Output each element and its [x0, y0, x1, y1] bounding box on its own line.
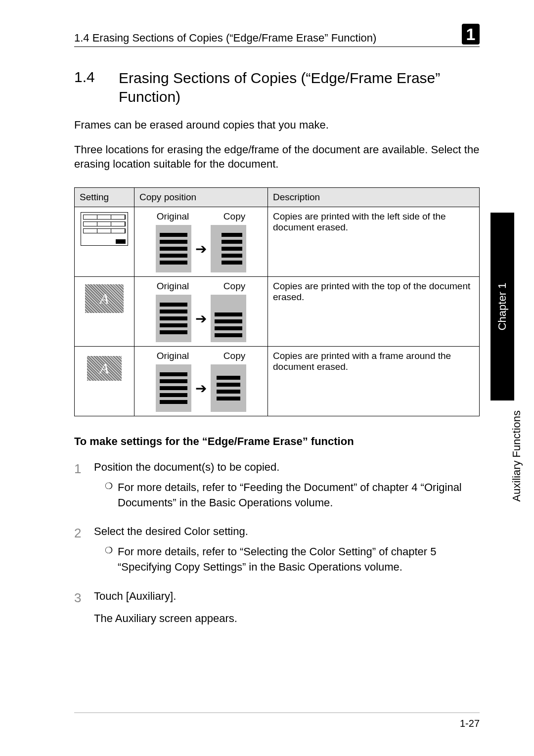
table-row: A Original Copy ➔: [75, 277, 480, 347]
th-copy-position: Copy position: [134, 188, 268, 207]
copy-position-cell: Original Copy ➔: [134, 277, 268, 347]
step-number: 2: [74, 524, 94, 575]
setting-thumb-frame-erase-icon: A: [80, 351, 129, 386]
step-item: 3 Touch [Auxiliary]. The Auxiliary scree…: [74, 589, 480, 626]
th-setting: Setting: [75, 188, 134, 207]
setting-cell: A: [75, 347, 134, 416]
section-side-label: Auxiliary Functions: [510, 410, 523, 502]
step-note: For more details, refer to “Selecting th…: [118, 544, 480, 575]
step-text: Select the desired Color setting.: [94, 524, 480, 539]
note-bullet-icon: ❍: [105, 480, 118, 511]
step-text: Touch [Auxiliary].: [94, 589, 480, 604]
original-doc-icon: [156, 225, 191, 272]
intro-paragraph-1: Frames can be erased around copies that …: [74, 118, 480, 133]
step-item: 1 Position the document(s) to be copied.…: [74, 460, 480, 510]
setting-thumb-top-erase-icon: A: [80, 281, 129, 316]
section-heading: 1.4 Erasing Sections of Copies (“Edge/Fr…: [74, 69, 480, 106]
copy-left-erased-icon: [211, 225, 246, 272]
table-row: Original Copy ➔ Copies are printed with …: [75, 207, 480, 277]
label-original: Original: [157, 211, 189, 222]
setting-cell: [75, 207, 134, 277]
page-number: 1-27: [460, 718, 480, 729]
running-header: 1.4 Erasing Sections of Copies (“Edge/Fr…: [74, 24, 480, 47]
procedure-steps: 1 Position the document(s) to be copied.…: [74, 460, 480, 626]
copy-frame-erased-icon: [211, 364, 246, 412]
erase-settings-table: Setting Copy position Description: [74, 187, 480, 416]
original-doc-icon: [156, 364, 191, 412]
th-description: Description: [268, 188, 480, 207]
original-doc-icon: [156, 295, 191, 342]
arrow-icon: ➔: [195, 241, 207, 257]
note-bullet-icon: ❍: [105, 544, 118, 575]
copy-top-erased-icon: [211, 295, 246, 342]
setting-cell: A: [75, 277, 134, 347]
label-copy: Copy: [223, 351, 245, 361]
step-item: 2 Select the desired Color setting. ❍ Fo…: [74, 524, 480, 575]
running-title: 1.4 Erasing Sections of Copies (“Edge/Fr…: [74, 32, 376, 44]
step-note: For more details, refer to “Feeding the …: [118, 480, 480, 511]
manual-page: 1.4 Erasing Sections of Copies (“Edge/Fr…: [0, 0, 534, 756]
description-cell: Copies are printed with a frame around t…: [268, 347, 480, 416]
label-copy: Copy: [223, 281, 245, 292]
page-footer: 1-27: [74, 712, 480, 729]
section-number: 1.4: [74, 69, 119, 106]
description-cell: Copies are printed with the top of the d…: [268, 277, 480, 347]
arrow-icon: ➔: [195, 380, 207, 397]
description-cell: Copies are printed with the left side of…: [268, 207, 480, 277]
intro-paragraph-2: Three locations for erasing the edge/fra…: [74, 142, 480, 172]
step-number: 3: [74, 589, 94, 626]
label-original: Original: [157, 281, 189, 292]
arrow-icon: ➔: [195, 311, 207, 327]
step-result: The Auxiliary screen appears.: [94, 611, 480, 626]
procedure-heading: To make settings for the “Edge/Frame Era…: [74, 435, 480, 448]
step-text: Position the document(s) to be copied.: [94, 460, 480, 475]
label-original: Original: [157, 351, 189, 361]
section-title-text: Erasing Sections of Copies (“Edge/Frame …: [119, 69, 480, 106]
table-row: A Original Copy ➔: [75, 347, 480, 416]
chapter-side-tab: Chapter 1: [490, 213, 514, 400]
copy-position-cell: Original Copy ➔: [134, 347, 268, 416]
copy-position-cell: Original Copy ➔: [134, 207, 268, 277]
setting-thumb-left-erase-icon: [80, 211, 129, 247]
chapter-side-tab-label: Chapter 1: [496, 283, 509, 331]
label-copy: Copy: [223, 211, 245, 222]
step-number: 1: [74, 460, 94, 510]
chapter-number-badge: 1: [462, 24, 480, 44]
